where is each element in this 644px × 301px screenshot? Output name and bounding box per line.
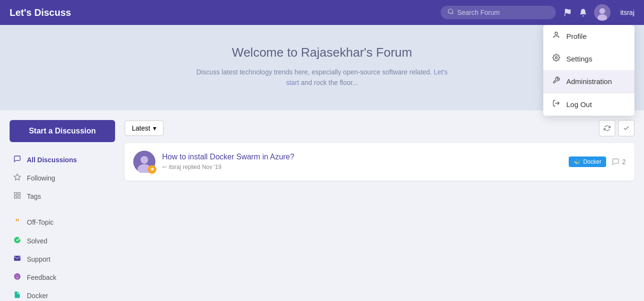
app-brand: Let's Discuss xyxy=(10,7,441,18)
discussion-meta: ↩ itsraj replied Nov '19 xyxy=(162,164,562,170)
docker-tag-label: Docker xyxy=(583,158,601,165)
user-dropdown-menu: Profile Settings Administration xyxy=(543,25,634,116)
main-layout: Start a Discussion All Discussions Follo… xyxy=(0,110,644,301)
svg-rect-10 xyxy=(14,193,17,195)
logout-icon xyxy=(552,99,561,109)
docker-label: Docker xyxy=(27,292,48,300)
svg-point-6 xyxy=(555,32,557,35)
administration-label: Administration xyxy=(566,77,612,85)
comment-number: 2 xyxy=(622,158,626,166)
comment-count: 2 xyxy=(612,158,626,166)
wrench-icon xyxy=(552,76,561,86)
settings-label: Settings xyxy=(566,55,592,63)
discussion-title[interactable]: How to install Docker Swarm in Azure? xyxy=(162,153,562,161)
svg-marker-9 xyxy=(14,174,20,180)
docker-tag-badge[interactable]: 🐳 Docker xyxy=(569,157,606,167)
content-area: Latest ▾ xyxy=(125,120,634,301)
person-icon xyxy=(552,31,561,41)
sidebar-item-support[interactable]: Support xyxy=(10,250,115,268)
sidebar-item-all-discussions[interactable]: All Discussions xyxy=(10,151,115,169)
all-discussions-label: All Discussions xyxy=(27,156,77,164)
toolbar-actions xyxy=(599,120,634,136)
discussion-avatar: ★ xyxy=(133,151,155,173)
sidebar-item-following[interactable]: Following xyxy=(10,169,115,187)
svg-point-7 xyxy=(555,57,557,59)
svg-rect-12 xyxy=(18,196,20,198)
feedback-label: Feedback xyxy=(27,274,56,281)
svg-point-14 xyxy=(14,273,20,279)
sidebar: Start a Discussion All Discussions Follo… xyxy=(10,120,115,301)
discussion-author: itsraj xyxy=(169,164,181,170)
hero-title: Welcome to Rajasekhar's Forum xyxy=(10,45,634,60)
support-label: Support xyxy=(27,255,50,263)
search-input[interactable] xyxy=(457,9,549,16)
sort-latest-button[interactable]: Latest ▾ xyxy=(125,120,164,136)
docker-tag-icon: 🐳 xyxy=(574,158,581,165)
svg-line-1 xyxy=(452,13,454,14)
logout-label: Log Out xyxy=(566,100,592,108)
top-navigation: Let's Discuss itsraj xyxy=(0,0,644,25)
sidebar-item-solved[interactable]: Solved xyxy=(10,232,115,250)
sort-label: Latest xyxy=(132,124,150,132)
flag-button[interactable] xyxy=(563,8,572,17)
avatar[interactable] xyxy=(594,4,610,21)
mail-icon xyxy=(12,254,22,264)
svg-rect-11 xyxy=(18,193,20,195)
svg-point-18 xyxy=(141,156,148,164)
dropdown-item-administration[interactable]: Administration xyxy=(543,70,634,93)
svg-point-0 xyxy=(448,9,453,13)
sidebar-item-feedback[interactable]: Feedback xyxy=(10,268,115,287)
check-circle-icon xyxy=(12,236,22,246)
star-badge: ★ xyxy=(148,165,156,174)
discussion-info: How to install Docker Swarm in Azure? ↩ … xyxy=(162,153,562,170)
hero-description: Discuss latest technology trends here, e… xyxy=(193,67,452,88)
reply-arrow-icon: ↩ xyxy=(162,164,167,170)
off-topic-label: Off-Topic xyxy=(27,218,54,226)
content-toolbar: Latest ▾ xyxy=(125,120,634,136)
docker-icon xyxy=(12,291,22,301)
tags-label: Tags xyxy=(27,193,41,200)
svg-point-4 xyxy=(599,8,605,14)
mark-read-button[interactable] xyxy=(618,120,634,136)
chat-icon xyxy=(12,155,22,165)
sidebar-item-off-topic[interactable]: " Off-Topic xyxy=(10,213,115,232)
feedback-icon xyxy=(12,273,22,282)
svg-rect-13 xyxy=(14,196,17,198)
hero-desc-part1: Discuss latest technology trends here, e… xyxy=(196,68,432,76)
refresh-button[interactable] xyxy=(599,120,615,136)
sidebar-item-docker[interactable]: Docker xyxy=(10,287,115,301)
dropdown-item-profile[interactable]: Profile xyxy=(543,25,634,48)
notifications-button[interactable] xyxy=(579,8,587,17)
username-label[interactable]: itsraj xyxy=(620,9,634,16)
profile-label: Profile xyxy=(566,32,587,40)
search-bar[interactable] xyxy=(441,6,556,19)
sidebar-item-tags[interactable]: Tags xyxy=(10,187,115,205)
following-label: Following xyxy=(27,174,55,182)
chevron-down-icon: ▾ xyxy=(153,124,156,132)
dropdown-item-settings[interactable]: Settings xyxy=(543,48,634,70)
grid-icon xyxy=(12,192,22,201)
solved-label: Solved xyxy=(27,237,47,245)
sidebar-nav: All Discussions Following Tags xyxy=(10,151,115,205)
hero-desc-part2: and rock the floor... xyxy=(301,79,358,86)
nav-icons: itsraj xyxy=(563,4,634,21)
settings-icon xyxy=(552,54,561,63)
quote-icon: " xyxy=(12,217,22,228)
discussion-date: Nov '19 xyxy=(202,164,221,170)
dropdown-item-logout[interactable]: Log Out xyxy=(543,93,634,116)
search-icon xyxy=(447,8,454,17)
start-discussion-button[interactable]: Start a Discussion xyxy=(10,120,115,142)
sidebar-categories: " Off-Topic Solved xyxy=(10,213,115,301)
star-icon xyxy=(12,173,22,183)
discussion-right: 🐳 Docker 2 xyxy=(569,157,626,167)
discussion-card: ★ How to install Docker Swarm in Azure? … xyxy=(125,143,634,181)
discussion-action: replied xyxy=(183,164,200,170)
